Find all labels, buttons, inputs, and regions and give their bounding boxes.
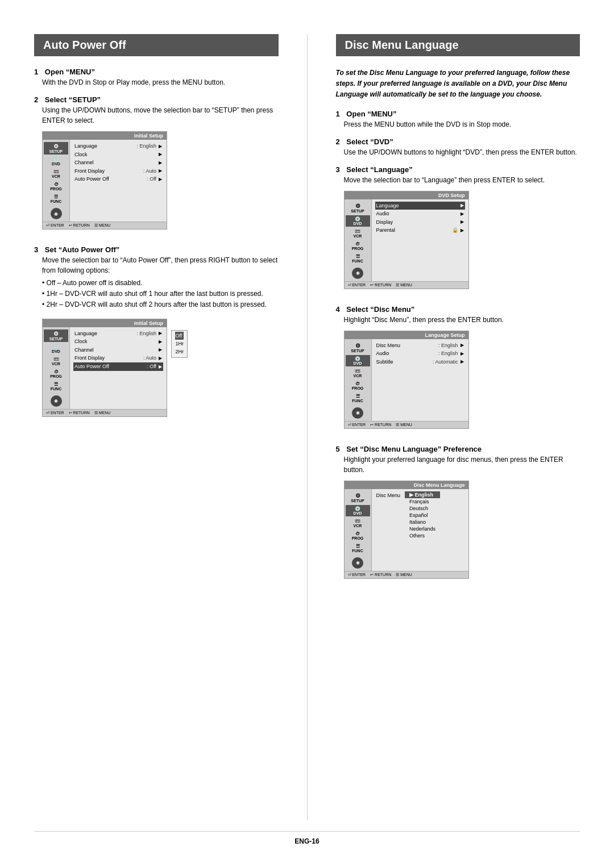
osd2-row-channel: Channel ▶: [73, 346, 163, 354]
main-content: Auto Power Off 1 Open “MENU” With the DV…: [34, 34, 580, 820]
sidebar-prog: PROG: [44, 181, 68, 192]
osd2-title: Initial Setup: [43, 319, 167, 327]
right-step-title-5: Set “Disc Menu Language” Preference: [346, 445, 482, 453]
right-step-number-2: 2: [336, 137, 340, 146]
osd-disc-lang-wrapper: Disc Menu Language SETUP DVD VCR PROG FU…: [336, 475, 469, 587]
osd-lang-row-discmenu: Disc Menu : English ▶: [375, 341, 465, 350]
osd2-row-autopoweroff: Auto Power Off : Off ▶: [73, 362, 163, 371]
osd-screen-2-wrapper: Initial Setup SETUP DVD VCR PROG FUNC ◉: [34, 313, 167, 425]
osd-disc-lang-disc: ◉: [352, 557, 363, 569]
osd1-row-frontdisplay: Front Display : Auto ▶: [73, 167, 163, 176]
osd2-row-language: Language : English ▶: [73, 329, 163, 338]
popup-deutsch: Deutsch: [405, 505, 440, 512]
osd-lang-sidebar: SETUP DVD VCR PROG FUNC ◉: [345, 339, 372, 421]
sidebar-vcr: VCR: [44, 168, 68, 180]
column-divider: [307, 34, 308, 820]
sidebar-func: FUNC: [44, 193, 68, 205]
osd-disc-lang-sidebar-func: FUNC: [346, 542, 370, 554]
osd-disc-lang-title: Disc Menu Language: [345, 481, 468, 489]
osd-dvd-sidebar-prog: PROG: [346, 240, 370, 252]
right-section-title: Disc Menu Language: [336, 34, 580, 56]
left-step-2: 2 Select “SETUP” Using the UP/DOWN butto…: [34, 95, 279, 237]
osd1-row-autopoweroff: Auto Power Off : Off ▶: [73, 175, 163, 183]
osd1-menu: Language : English ▶ Clock ▶ Channel: [70, 140, 167, 222]
osd2-content: SETUP DVD VCR PROG FUNC ◉ Language :: [43, 327, 167, 409]
right-step-2: 2 Select “DVD” Use the UP/DOWN buttons t…: [336, 137, 580, 157]
osd-dvd-title: DVD Setup: [345, 191, 468, 199]
osd-disc-lang-sidebar: SETUP DVD VCR PROG FUNC ◉: [345, 489, 372, 571]
osd-dvd-row-audio: Audio ▶: [375, 210, 465, 218]
osd-dvd-sidebar-vcr: VCR: [346, 228, 370, 239]
right-step-body-3: Move the selection bar to “Language” the…: [344, 175, 580, 185]
osd1-row-channel: Channel ▶: [73, 158, 163, 167]
osd2-disc-icon: ◉: [51, 395, 62, 407]
right-step-body-2: Use the UP/DOWN buttons to highlight “DV…: [344, 147, 580, 157]
right-step-1: 1 Open “MENU” Press the MENU button whil…: [336, 110, 580, 130]
osd1-row-clock: Clock ▶: [73, 151, 163, 159]
right-step-title-4: Select “Disc Menu”: [346, 305, 414, 314]
right-step-body-5: Highlight your preferred language for di…: [344, 454, 580, 475]
osd-dvd-sidebar-setup: SETUP: [346, 202, 370, 214]
page: Auto Power Off 1 Open “MENU” With the DV…: [0, 0, 614, 868]
osd-dvd-row-language: Language ▶: [375, 202, 465, 210]
osd-disc-lang-sidebar-prog: PROG: [346, 530, 370, 541]
right-step-title-1: Open “MENU”: [346, 110, 396, 118]
osd-disc-lang: Disc Menu Language SETUP DVD VCR PROG FU…: [344, 481, 469, 579]
bullet-1hr: 1Hr – DVD-VCR will auto shut off 1 hour …: [42, 289, 279, 299]
osd-lang-content: SETUP DVD VCR PROG FUNC ◉ Disc Menu :: [345, 339, 468, 421]
step-body-1: With the DVD in Stop or Play mode, press…: [42, 77, 279, 87]
osd2-row-clock: Clock ▶: [73, 337, 163, 346]
osd1-row-language: Language : English ▶: [73, 142, 163, 151]
sidebar-dvd: DVD: [44, 156, 68, 167]
osd-lang-sidebar-func: FUNC: [346, 393, 370, 404]
left-column: Auto Power Off 1 Open “MENU” With the DV…: [34, 34, 279, 820]
osd-lang-sidebar-prog: PROG: [346, 380, 370, 391]
popup-2hr: 2Hr: [175, 348, 184, 356]
step-title-3: Set “Auto Power Off”: [45, 245, 119, 254]
osd-disc-lang-sidebar-dvd: DVD: [346, 505, 370, 516]
osd-dvd-disc: ◉: [352, 268, 363, 279]
osd-lang-wrapper: Language Setup SETUP DVD VCR PROG FUNC ◉: [336, 325, 469, 437]
right-step-4: 4 Select “Disc Menu” Highlight “Disc Men…: [336, 305, 580, 437]
step-number-3: 3: [34, 245, 38, 254]
right-step-number-3: 3: [336, 165, 340, 174]
osd-dvd-sidebar: SETUP DVD VCR PROG FUNC ◉: [345, 199, 372, 281]
osd-dvd-sidebar-dvd: DVD: [346, 215, 370, 227]
right-step-number-1: 1: [336, 110, 340, 118]
osd1-content: SETUP DVD VCR PROG FUNC ◉ Language :: [43, 140, 167, 222]
osd1-title: Initial Setup: [43, 132, 167, 140]
popup-italiano: Italiano: [405, 519, 440, 525]
osd-lang-row-audio: Audio : English ▶: [375, 349, 465, 358]
osd-dvd-menu: Language ▶ Audio ▶ Display ▶: [372, 199, 468, 281]
disc-lang-popup: ▶ English Français Deutsch Español Itali…: [405, 491, 440, 539]
osd-dvd-sidebar-func: FUNC: [346, 253, 370, 264]
auto-power-off-popup: Off 1Hr 2Hr: [171, 330, 188, 358]
osd-lang-row-subtitle: Subtitle : Automatic ▶: [375, 358, 465, 366]
osd-lang-sidebar-vcr: VCR: [346, 368, 370, 379]
osd-disc-lang-menu: Disc Menu ▶ English Français Deutsch Esp…: [372, 489, 468, 571]
right-column: Disc Menu Language To set the Disc Menu …: [336, 34, 580, 820]
osd1-footer: ⏎ ENTER ↩ RETURN ☰ MENU: [43, 222, 167, 229]
osd1-sidebar: SETUP DVD VCR PROG FUNC ◉: [43, 140, 70, 222]
right-step-number-4: 4: [336, 305, 340, 314]
step-3-bullets: Off – Auto power off is disabled. 1Hr – …: [42, 278, 279, 311]
bullet-2hr: 2Hr – DVD-VCR will auto shut off 2 hours…: [42, 299, 279, 310]
right-intro: To set the Disc Menu Language to your pr…: [336, 68, 580, 101]
popup-1hr: 1Hr: [175, 340, 184, 348]
osd2-sidebar-func: FUNC: [44, 381, 68, 392]
osd-dvd-row-display: Display ▶: [375, 218, 465, 227]
disc-lang-menu-row: Disc Menu ▶ English Français Deutsch Esp…: [375, 491, 465, 539]
osd-dvd-footer: ⏎ ENTER ↩ RETURN ☰ MENU: [345, 281, 468, 289]
osd-lang-sidebar-setup: SETUP: [346, 341, 370, 354]
osd-screen-1-wrapper: Initial Setup SETUP DVD VCR PROG FUNC ◉: [34, 126, 167, 237]
right-step-body-4: Highlight “Disc Menu”, then press the EN…: [344, 315, 580, 325]
popup-francais: Français: [405, 498, 440, 505]
osd-disc-lang-footer: ⏎ ENTER ↩ RETURN ☰ MENU: [345, 571, 468, 578]
popup-nederlands: Nederlands: [405, 525, 440, 532]
osd-lang: Language Setup SETUP DVD VCR PROG FUNC ◉: [344, 331, 469, 429]
popup-espanol: Español: [405, 512, 440, 519]
left-section-title: Auto Power Off: [34, 34, 279, 56]
left-step-3: 3 Set “Auto Power Off” Move the selectio…: [34, 245, 279, 425]
osd-disc-lang-content: SETUP DVD VCR PROG FUNC ◉ Disc Menu: [345, 489, 468, 571]
step-body-3: Move the selection bar to “Auto Power Of…: [42, 255, 279, 276]
